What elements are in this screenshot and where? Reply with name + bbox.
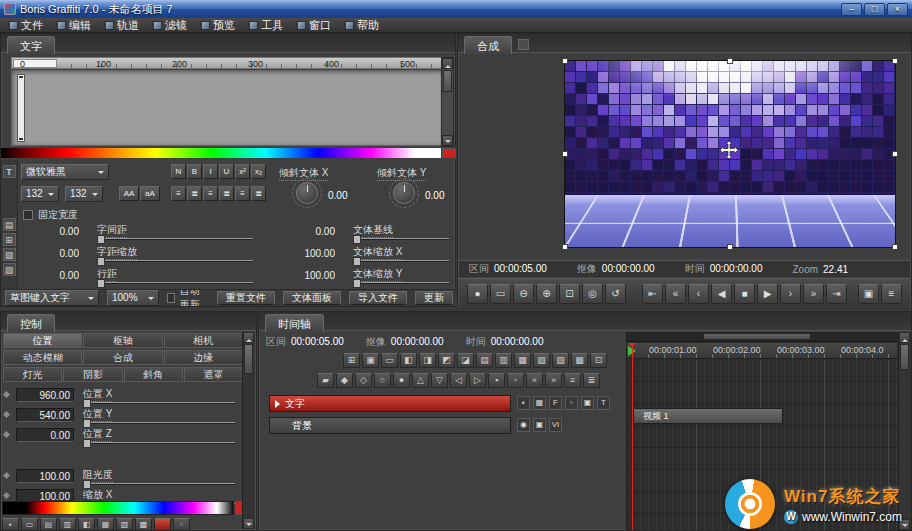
timeline-tool-button[interactable]: ▽: [431, 373, 448, 388]
param-value[interactable]: 100.00: [263, 270, 335, 281]
case-button[interactable]: AA: [119, 186, 139, 201]
fixed-width-checkbox[interactable]: [23, 210, 33, 220]
timeline-tool-button[interactable]: ▷: [469, 373, 486, 388]
keyframe-icon[interactable]: [4, 392, 12, 400]
timeline-tool-button[interactable]: ▰: [317, 373, 334, 388]
fast-rewind-button[interactable]: «: [665, 284, 686, 304]
footer-button[interactable]: 文体面板: [283, 291, 341, 305]
control-tab[interactable]: 合成: [83, 350, 162, 365]
font-style-button[interactable]: x²: [235, 164, 250, 179]
skew-y-dial[interactable]: [393, 182, 415, 204]
track-option-icon[interactable]: ▪: [517, 396, 530, 410]
keyframe-icon[interactable]: [4, 493, 12, 501]
track-bar-text[interactable]: 文字: [269, 395, 511, 412]
selection-handle[interactable]: [892, 151, 898, 157]
maximize-button[interactable]: □: [864, 3, 885, 16]
auto-update-checkbox[interactable]: [167, 293, 175, 303]
control-tab[interactable]: 枢轴: [83, 333, 162, 348]
scroll-up-icon[interactable]: [442, 58, 453, 69]
control-tab[interactable]: 动态模糊: [3, 350, 82, 365]
track-option-icon[interactable]: ▣: [533, 418, 546, 432]
toolbar-icon-button[interactable]: ▭: [21, 518, 38, 531]
param-slider[interactable]: [83, 483, 235, 484]
font-style-button[interactable]: I: [203, 164, 218, 179]
scroll-down-icon[interactable]: [243, 518, 254, 529]
tab-composite[interactable]: 合成: [464, 36, 512, 54]
selection-handle[interactable]: [562, 151, 568, 157]
go-to-start-button[interactable]: ⇤: [642, 284, 663, 304]
tab-control[interactable]: 控制: [7, 314, 55, 332]
toolbar-icon-button[interactable]: ▦: [97, 518, 114, 531]
align-button[interactable]: ≡: [203, 186, 218, 201]
expand-arrow-icon[interactable]: [275, 400, 280, 408]
align-button[interactable]: ≣: [219, 186, 234, 201]
font-family-select[interactable]: 微软雅黑: [21, 164, 109, 180]
record-button[interactable]: ●: [467, 284, 488, 304]
timeline-tool-button[interactable]: ▭: [381, 353, 398, 368]
font-style-button[interactable]: x₂: [251, 164, 266, 179]
selection-handle[interactable]: [727, 244, 733, 250]
text-vscrollbar[interactable]: [441, 57, 454, 147]
menu-item[interactable]: 窗口: [290, 18, 338, 32]
scroll-thumb[interactable]: [443, 70, 452, 92]
param-slider[interactable]: [353, 282, 449, 283]
timeline-tool-button[interactable]: ▣: [362, 353, 379, 368]
toolbar-icon-button[interactable]: ▫: [173, 518, 190, 531]
timeline-tool-button[interactable]: ◁: [450, 373, 467, 388]
fast-forward-button[interactable]: »: [803, 284, 824, 304]
toolbar-icon-button[interactable]: ◧: [78, 518, 95, 531]
scroll-thumb[interactable]: [244, 344, 253, 374]
track-option-icon[interactable]: ▦: [533, 396, 546, 410]
titlebar[interactable]: Boris Graffiti 7.0 - 未命名项目 7 –□×: [0, 0, 912, 18]
panel-options-icon[interactable]: [518, 39, 529, 50]
control-tab[interactable]: 灯光: [3, 367, 62, 382]
param-slider[interactable]: [97, 238, 253, 239]
param-value[interactable]: 0.00: [19, 248, 79, 259]
timeline-hscrollbar[interactable]: [627, 332, 897, 342]
tab-text[interactable]: 文字: [7, 36, 55, 54]
scroll-up-icon[interactable]: [243, 332, 254, 343]
text-style-dropdown[interactable]: 草图键入文字: [5, 290, 99, 306]
param-value-field[interactable]: 960.00: [16, 388, 74, 402]
timeline-tool-button[interactable]: △: [412, 373, 429, 388]
text-tool-icon[interactable]: ▤: [3, 218, 16, 231]
close-button[interactable]: ×: [887, 3, 908, 16]
footer-button[interactable]: 导入文件: [349, 291, 407, 305]
timeline-tool-button[interactable]: ▫: [507, 373, 524, 388]
timeline-tool-button[interactable]: ▪: [488, 373, 505, 388]
control-tab[interactable]: 相机: [164, 333, 243, 348]
toolbar-icon-button[interactable]: ▪: [2, 518, 19, 531]
font-size-select[interactable]: 132: [21, 186, 59, 202]
timeline-tool-button[interactable]: ≣: [583, 373, 600, 388]
param-value[interactable]: 0.00: [263, 226, 335, 237]
next-frame-button[interactable]: ›: [780, 284, 801, 304]
param-value-field[interactable]: 100.00: [16, 469, 74, 483]
skew-x-value[interactable]: 0.00: [328, 190, 347, 201]
track-option-icon[interactable]: F: [549, 396, 562, 410]
minimize-button[interactable]: –: [841, 3, 862, 16]
skew-x-dial[interactable]: [296, 182, 318, 204]
menu-item[interactable]: 帮助: [338, 18, 386, 32]
control-tab[interactable]: 斜角: [124, 367, 183, 382]
toolbar-icon-button[interactable]: ▥: [59, 518, 76, 531]
play-button[interactable]: ▶: [757, 284, 778, 304]
zoom-in-button[interactable]: ⊕: [536, 284, 557, 304]
selection-handle[interactable]: [562, 58, 568, 64]
render-options-button[interactable]: ≡: [881, 284, 902, 304]
font-style-button[interactable]: N: [171, 164, 186, 179]
timeline-tool-button[interactable]: »: [545, 373, 562, 388]
menu-item[interactable]: 轨道: [98, 18, 146, 32]
text-tool-icon[interactable]: ⊞: [3, 233, 16, 246]
timeline-ruler[interactable]: 00:00:01.0000:00:02.0000:00:03.0000:00:0…: [627, 343, 897, 359]
preview-canvas[interactable]: [565, 61, 895, 247]
timeline-tool-button[interactable]: ▧: [533, 353, 550, 368]
keyframe-icon[interactable]: [4, 473, 12, 481]
zoom-dropdown[interactable]: 100%: [107, 290, 159, 306]
param-value-field[interactable]: 0.00: [16, 428, 74, 442]
font-style-button[interactable]: B: [187, 164, 202, 179]
timeline-tool-button[interactable]: ⊞: [343, 353, 360, 368]
gradient-end-swatch[interactable]: [442, 148, 456, 158]
timeline-tool-button[interactable]: ◇: [355, 373, 372, 388]
align-button[interactable]: ≡: [235, 186, 250, 201]
param-value-field[interactable]: 540.00: [16, 408, 74, 422]
